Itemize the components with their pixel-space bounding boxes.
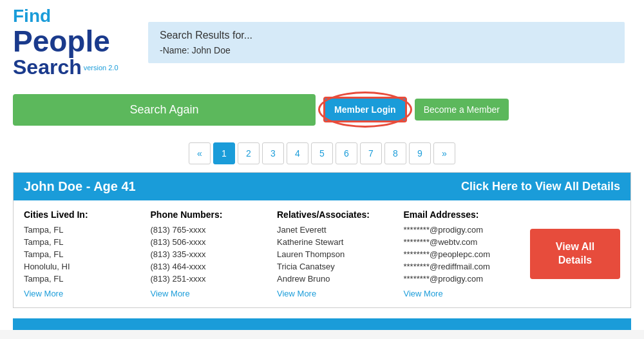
pagination-prev[interactable]: « [189, 142, 211, 164]
phones-view-more[interactable]: View More [151, 289, 271, 298]
pagination-page-6[interactable]: 6 [336, 142, 357, 164]
logo: Find People Searchversion 2.0 [13, 6, 142, 79]
cities-header: Cities Lived In: [24, 209, 144, 220]
cities-view-more[interactable]: View More [24, 289, 144, 298]
email-1: ********@prodigy.com [404, 225, 524, 235]
city-3: Tampa, FL [24, 249, 144, 259]
pagination-page-2[interactable]: 2 [238, 142, 260, 164]
search-results-box: Search Results for... -Name: John Doe [148, 22, 625, 63]
search-results-query: -Name: John Doe [160, 45, 613, 55]
result-cta[interactable]: Click Here to View All Details [461, 180, 620, 193]
phones-col: Phone Numbers: (813) 765-xxxx (813) 506-… [151, 209, 278, 298]
relative-3: Lauren Thompson [277, 249, 397, 259]
result-header: John Doe - Age 41 Click Here to View All… [14, 173, 630, 200]
result-card: John Doe - Age 41 Click Here to View All… [13, 172, 631, 308]
city-2: Tampa, FL [24, 237, 144, 247]
logo-search: Search [13, 55, 82, 79]
pagination-page-1[interactable]: 1 [213, 142, 235, 164]
pagination-page-4[interactable]: 4 [287, 142, 308, 164]
cities-col: Cities Lived In: Tampa, FL Tampa, FL Tam… [24, 209, 151, 298]
pagination-page-8[interactable]: 8 [384, 142, 406, 164]
pagination-page-9[interactable]: 9 [409, 142, 431, 164]
become-member-button[interactable]: Become a Member [415, 99, 509, 121]
result-name: John Doe - Age 41 [24, 179, 136, 194]
view-all-details-button[interactable]: View All Details [530, 229, 620, 279]
email-5: ********@prodigy.com [404, 274, 524, 284]
view-details-col: View All Details [530, 209, 620, 298]
bottom-bar [13, 318, 631, 330]
relative-2: Katherine Stewart [277, 237, 397, 247]
relative-5: Andrew Bruno [277, 274, 397, 284]
city-5: Tampa, FL [24, 274, 144, 284]
result-body: Cities Lived In: Tampa, FL Tampa, FL Tam… [14, 200, 630, 307]
phones-header: Phone Numbers: [151, 209, 271, 220]
phone-3: (813) 335-xxxx [151, 249, 271, 259]
emails-header: Email Addresses: [404, 209, 524, 220]
phone-1: (813) 765-xxxx [151, 225, 271, 235]
relative-4: Tricia Canatsey [277, 262, 397, 271]
logo-find: Find [13, 6, 142, 26]
pagination-next[interactable]: » [433, 142, 455, 164]
email-4: ********@rediffmail.com [404, 262, 524, 271]
member-login-wrapper: Member Login [323, 97, 407, 122]
search-again-button[interactable]: Search Again [13, 94, 316, 126]
emails-view-more[interactable]: View More [404, 289, 524, 298]
email-2: ********@webtv.com [404, 237, 524, 247]
header: Find People Searchversion 2.0 Search Res… [0, 0, 644, 85]
pagination-page-3[interactable]: 3 [262, 142, 284, 164]
email-3: ********@peoplepc.com [404, 249, 524, 259]
relative-1: Janet Everett [277, 225, 397, 235]
phone-4: (813) 464-xxxx [151, 262, 271, 271]
search-results-title: Search Results for... [160, 30, 613, 41]
pagination-page-7[interactable]: 7 [360, 142, 382, 164]
pagination: « 1 2 3 4 5 6 7 8 9 » [0, 135, 644, 172]
relatives-header: Relatives/Associates: [277, 209, 397, 220]
phone-2: (813) 506-xxxx [151, 237, 271, 247]
logo-version: version 2.0 [84, 64, 118, 72]
logo-people: People [13, 26, 142, 56]
pagination-page-5[interactable]: 5 [311, 142, 333, 164]
member-login-button[interactable]: Member Login [323, 97, 407, 122]
city-1: Tampa, FL [24, 225, 144, 235]
emails-col: Email Addresses: ********@prodigy.com **… [404, 209, 531, 298]
toolbar: Search Again Member Login Become a Membe… [0, 85, 644, 135]
relatives-view-more[interactable]: View More [277, 289, 397, 298]
city-4: Honolulu, HI [24, 262, 144, 271]
phone-5: (813) 251-xxxx [151, 274, 271, 284]
relatives-col: Relatives/Associates: Janet Everett Kath… [277, 209, 404, 298]
